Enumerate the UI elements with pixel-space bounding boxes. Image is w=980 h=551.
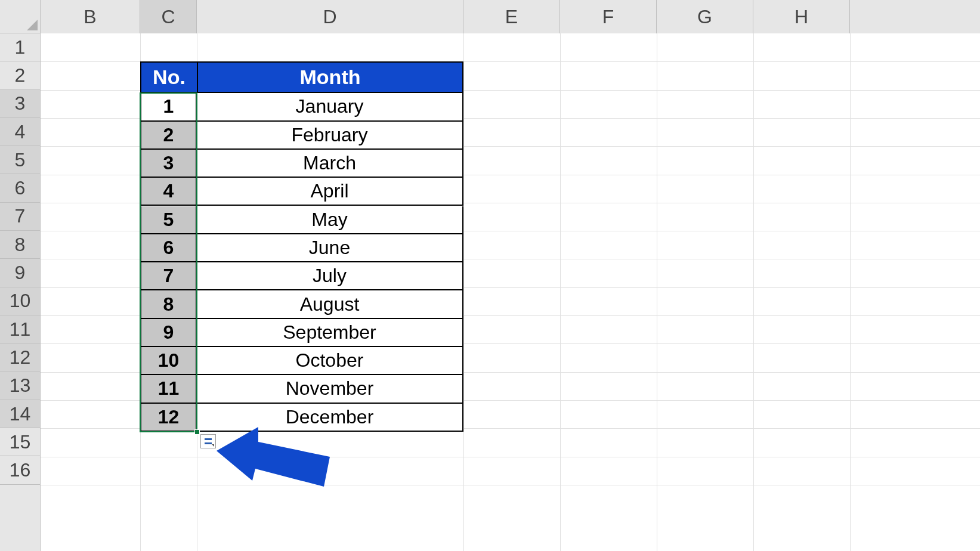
spreadsheet: B C D E F G H 1 2 3 4 5 6 7 8 9 10 11 12… bbox=[0, 0, 980, 551]
row-header-10[interactable]: 10 bbox=[0, 287, 40, 315]
row-header-11[interactable]: 11 bbox=[0, 315, 40, 343]
column-header-C[interactable]: C bbox=[140, 0, 197, 33]
column-headers-row: B C D E F G H bbox=[0, 0, 980, 33]
column-header-D[interactable]: D bbox=[197, 0, 463, 33]
row-header-5[interactable]: 5 bbox=[0, 146, 40, 174]
autofill-options-button[interactable] bbox=[200, 434, 216, 448]
row-headers-column: 1 2 3 4 5 6 7 8 9 10 11 12 13 14 15 16 bbox=[0, 33, 41, 551]
row-header-13[interactable]: 13 bbox=[0, 372, 40, 400]
cell-D11[interactable]: September bbox=[197, 319, 463, 347]
cell-D10[interactable]: August bbox=[197, 290, 463, 318]
row-header-3[interactable]: 3 bbox=[0, 90, 40, 118]
fill-handle[interactable] bbox=[194, 429, 200, 435]
cell-D13[interactable]: November bbox=[197, 375, 463, 403]
cell-C9[interactable]: 7 bbox=[140, 262, 197, 290]
cell-C14[interactable]: 12 bbox=[140, 404, 197, 432]
column-header-H[interactable]: H bbox=[753, 0, 850, 33]
cell-D5[interactable]: March bbox=[197, 150, 463, 178]
row-header-14[interactable]: 14 bbox=[0, 400, 40, 428]
cell-C5[interactable]: 3 bbox=[140, 150, 197, 178]
column-header-G[interactable]: G bbox=[657, 0, 753, 33]
row-header-2[interactable]: 2 bbox=[0, 61, 40, 89]
row-header-12[interactable]: 12 bbox=[0, 343, 40, 372]
cell-D9[interactable]: July bbox=[197, 262, 463, 290]
cell-D4[interactable]: February bbox=[197, 122, 463, 150]
select-all-corner[interactable] bbox=[0, 0, 41, 33]
cell-C7[interactable]: 5 bbox=[140, 206, 197, 234]
column-header-overflow bbox=[850, 0, 980, 33]
row-header-8[interactable]: 8 bbox=[0, 231, 40, 259]
row-header-7[interactable]: 7 bbox=[0, 203, 40, 231]
row-header-6[interactable]: 6 bbox=[0, 174, 40, 202]
cell-D8[interactable]: June bbox=[197, 234, 463, 262]
cell-C12[interactable]: 10 bbox=[140, 347, 197, 375]
cell-D12[interactable]: October bbox=[197, 347, 463, 375]
cell-C10[interactable]: 8 bbox=[140, 290, 197, 318]
row-header-1[interactable]: 1 bbox=[0, 33, 40, 61]
row-header-16[interactable]: 16 bbox=[0, 456, 40, 484]
row-header-15[interactable]: 15 bbox=[0, 428, 40, 456]
cell-D7[interactable]: May bbox=[197, 206, 463, 234]
table-header-no[interactable]: No. bbox=[140, 61, 197, 93]
cell-D3[interactable]: January bbox=[197, 93, 463, 121]
column-header-F[interactable]: F bbox=[560, 0, 657, 33]
column-header-B[interactable]: B bbox=[41, 0, 140, 33]
cell-grid[interactable]: No. Month 1 January 2 February 3 March 4… bbox=[41, 33, 980, 551]
table-header-month[interactable]: Month bbox=[197, 61, 463, 93]
column-header-E[interactable]: E bbox=[463, 0, 560, 33]
cell-C4[interactable]: 2 bbox=[140, 122, 197, 150]
cell-C3[interactable]: 1 bbox=[140, 93, 197, 121]
cell-C11[interactable]: 9 bbox=[140, 319, 197, 347]
cell-D6[interactable]: April bbox=[197, 178, 463, 206]
row-header-9[interactable]: 9 bbox=[0, 259, 40, 287]
cell-C13[interactable]: 11 bbox=[140, 375, 197, 403]
cell-C6[interactable]: 4 bbox=[140, 178, 197, 206]
row-header-4[interactable]: 4 bbox=[0, 118, 40, 146]
cell-C8[interactable]: 6 bbox=[140, 234, 197, 262]
cell-D14[interactable]: December bbox=[197, 404, 463, 432]
